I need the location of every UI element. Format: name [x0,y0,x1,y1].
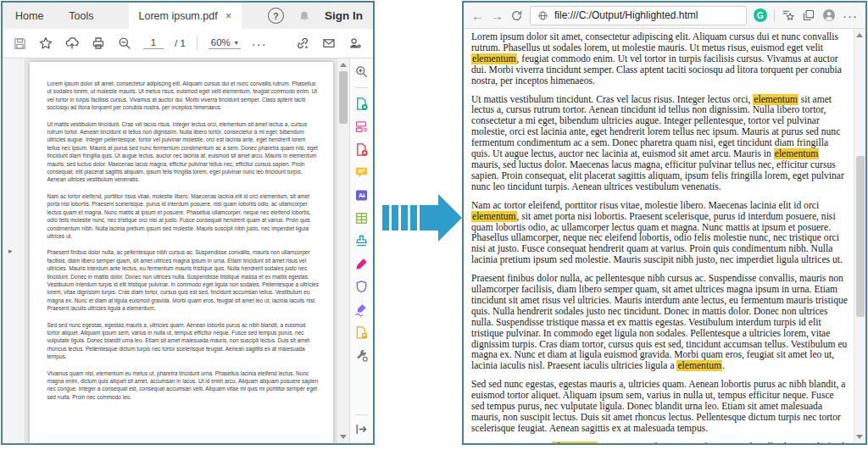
help-icon[interactable]: ? [268,8,284,24]
refresh-icon[interactable] [510,9,523,22]
paragraph: Vivamus quam nisi, elementum eu metus ut… [47,369,320,402]
paragraph: Praesent finibus dolor nulla, ac pellent… [47,248,320,312]
toolbar-divider [774,9,775,22]
collapse-panel-icon[interactable] [354,422,369,436]
more-tools-icon[interactable] [354,348,369,363]
export-pdf-icon[interactable] [354,142,369,157]
close-tab-icon[interactable]: × [225,10,232,21]
browser-menu-icon[interactable]: ··· [843,8,858,23]
pdf-viewer-window: Home Tools Lorem ipsum.pdf × ? Sign In [1,1,375,445]
scroll-up-icon[interactable] [856,33,863,37]
collections-icon[interactable] [802,8,815,22]
save-icon[interactable] [13,36,27,51]
scroll-down-icon[interactable] [340,435,347,439]
toolbar-divider [197,36,198,51]
rail-divider [355,87,368,88]
paragraph: Sed sed nunc egestas, egestas mauris a, … [471,380,848,435]
paragraph: Sed sed nunc egestas, egestas mauris a, … [47,321,320,361]
paragraph: Ut mattis vestibulum tincidunt. Cras vel… [47,120,320,184]
browser-toolbar: ← → file:///C:/Output/Highlighted.html G [464,3,865,29]
scroll-up-icon[interactable] [340,63,347,67]
more-tools-menu-icon[interactable]: ··· [252,36,267,51]
create-pdf-icon[interactable] [354,97,369,111]
paragraph: Nam ac tortor eleifend, porttitor risus … [471,201,848,266]
page-count-label: / 1 [175,38,186,48]
url-text[interactable]: file:///C:/Output/Highlighted.html [554,9,698,21]
zoom-level-select[interactable]: 60% ▾ [209,37,241,49]
scroll-down-icon[interactable] [856,435,863,439]
profile-avatar-icon[interactable] [822,8,836,22]
grammarly-icon[interactable]: G [754,8,767,22]
html-page-content: Lorem ipsum dolor sit amet, consectetur … [464,29,854,443]
convert-file-icon[interactable]: A [354,188,369,203]
paragraph: Ut mattis vestibulum tincidunt. Cras vel… [471,95,848,193]
document-view-area: Lorem ipsum dolor sit amet, consectetur … [25,58,337,443]
svg-text:A: A [359,192,363,198]
screenshot-canvas: Home Tools Lorem ipsum.pdf × ? Sign In [0,0,868,450]
navigation-pane-collapsed[interactable]: ▸ [3,58,25,443]
forward-icon[interactable]: → [491,9,504,22]
conversion-arrow [380,189,465,247]
highlighted-term: elementum [471,211,517,222]
paragraph: Praesent finibus dolor nulla, ac pellent… [471,274,848,372]
spreadsheet-icon[interactable] [354,211,369,225]
zoom-out-icon[interactable] [117,36,132,51]
account-icon[interactable] [348,36,363,51]
site-globe-icon [537,10,548,21]
tools-rail: A [349,58,373,443]
sign-in-button[interactable]: Sign In [325,9,363,22]
highlighted-term: elementum [676,360,722,371]
browser-scrollbar[interactable] [854,29,865,443]
notifications-bell-icon[interactable] [298,9,311,23]
scroll-thumb[interactable] [856,156,865,317]
rail-divider [355,414,368,415]
search-tool-icon[interactable] [354,64,369,79]
paragraph: Nam ac tortor eleifend, porttitor risus … [47,192,320,240]
browser-window: ← → file:///C:/Output/Highlighted.html G [462,1,867,445]
stamp-icon[interactable] [354,234,369,248]
address-bar[interactable]: file:///C:/Output/Highlighted.html [530,6,747,25]
scroll-thumb[interactable] [339,71,348,124]
pdf-tab-bar: Home Tools Lorem ipsum.pdf × ? Sign In [3,3,373,29]
tab-home[interactable]: Home [3,3,56,29]
organize-pages-icon[interactable] [354,119,369,134]
paragraph: Vivamus quam nisi, elementum eu metus ut… [471,442,848,443]
back-icon[interactable]: ← [471,9,484,22]
pdf-page: Lorem ipsum dolor sit amet, consectetur … [30,62,333,443]
page-number-input[interactable]: 1 [143,37,164,49]
comment-icon[interactable] [354,165,369,180]
fill-sign-icon[interactable] [354,303,369,317]
protect-icon[interactable] [354,280,369,294]
print-icon[interactable] [91,36,106,51]
compress-pdf-icon[interactable] [354,325,369,340]
highlighted-term: elementum [552,442,598,443]
highlighted-term: elementum [774,148,820,159]
link-icon[interactable] [295,36,310,51]
pdf-scrollbar[interactable] [337,58,349,443]
paragraph: Lorem ipsum dolor sit amet, consectetur … [471,32,848,87]
favorites-hub-icon[interactable] [782,8,795,22]
document-tab-label: Lorem ipsum.pdf [139,10,218,22]
favorite-star-icon[interactable] [38,36,53,51]
edit-pdf-icon[interactable] [354,257,369,271]
highlighted-term: elementum [753,94,798,105]
email-icon[interactable] [321,36,337,51]
tab-tools[interactable]: Tools [56,3,106,29]
expand-pane-icon[interactable]: ▸ [8,247,13,255]
highlighted-term: elementum [471,53,517,64]
zoom-level-value: 60% [211,37,231,47]
chevron-down-icon: ▾ [235,39,238,47]
tab-document[interactable]: Lorem ipsum.pdf × [129,3,242,29]
pdf-toolbar: 1 / 1 60% ▾ ··· [3,29,373,58]
share-cloud-icon[interactable] [64,36,80,51]
paragraph: Lorem ipsum dolor sit amet, consectetur … [47,80,320,112]
